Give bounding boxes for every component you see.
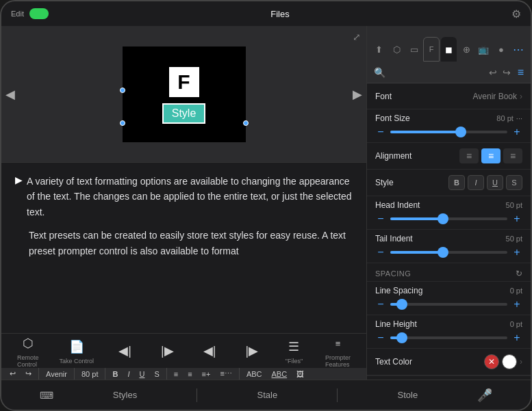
divider bbox=[166, 368, 167, 380]
search-icon[interactable]: 🔍 bbox=[374, 67, 385, 78]
toolbar-row1: ⬡ RemoteControl 📄 Take Control ◀| |▶ ◀| bbox=[1, 334, 366, 368]
left-scroll-arrow[interactable]: ◀ bbox=[5, 87, 15, 102]
toolbar-files[interactable]: ☰ "Files" bbox=[283, 337, 305, 364]
align-left-btn[interactable]: ≡ bbox=[171, 369, 181, 380]
head-indent-minus[interactable]: − bbox=[375, 213, 386, 225]
ipad-frame: Edit Files ⚙ ⤢ F Style bbox=[0, 0, 532, 411]
head-indent-thumb[interactable] bbox=[438, 213, 448, 224]
head-indent-header: Head Indent 50 pt bbox=[375, 200, 522, 210]
head-indent-plus[interactable]: + bbox=[511, 213, 522, 225]
files-icon: ☰ bbox=[283, 337, 305, 356]
font-size-plus[interactable]: + bbox=[511, 126, 522, 138]
gear-icon[interactable]: ⚙ bbox=[511, 8, 521, 21]
line-spacing-minus[interactable]: − bbox=[375, 298, 386, 310]
font-size-thumb[interactable] bbox=[455, 127, 466, 137]
tab-monitor[interactable]: 📺 bbox=[476, 37, 492, 62]
tab-upload[interactable]: ⬆ bbox=[371, 37, 387, 62]
line-height-value: 0 pt bbox=[510, 320, 522, 328]
strikethrough-btn[interactable]: S bbox=[151, 369, 162, 380]
line-spacing-row: Line Spacing 0 pt − + bbox=[367, 282, 531, 315]
toolbar-prev-segment[interactable]: ◀| bbox=[114, 341, 136, 360]
undo-btn[interactable]: ↩ bbox=[7, 368, 18, 380]
tab-controls[interactable]: ▭ bbox=[406, 37, 422, 62]
mic-icon[interactable]: 🎤 bbox=[477, 388, 492, 403]
tab-stale[interactable]: Stale bbox=[246, 390, 289, 400]
color-swatch[interactable] bbox=[502, 354, 517, 369]
style-label: Style bbox=[375, 178, 448, 187]
line-height-thumb[interactable] bbox=[396, 332, 407, 343]
image-btn[interactable]: 🖼 bbox=[294, 369, 307, 380]
color-x-icon: ✕ bbox=[484, 354, 499, 369]
right-scroll-arrow[interactable]: ▶ bbox=[353, 87, 362, 102]
keyboard-icon-group: ⌨ bbox=[40, 390, 53, 401]
toolbar-take-control[interactable]: 📄 Take Control bbox=[60, 337, 94, 364]
line-height-plus[interactable]: + bbox=[511, 332, 522, 344]
toolbar-next-marker[interactable]: |▶ bbox=[241, 341, 263, 360]
next-marker-icon: |▶ bbox=[241, 341, 263, 360]
reload-icon[interactable]: ↻ bbox=[516, 269, 522, 278]
tail-indent-minus[interactable]: − bbox=[375, 246, 386, 258]
toolbar-remote-control[interactable]: ⬡ RemoteControl bbox=[17, 334, 39, 368]
properties-panel: ⬆ ⬡ ▭ F ◼ ⊕ 📺 ● ⋯ 🔍 ↩ ↪ ≡ bbox=[366, 26, 531, 380]
font-row[interactable]: Font Avenir Book › bbox=[367, 83, 531, 109]
align-left-btn[interactable]: ≡ bbox=[459, 148, 479, 163]
list-btn[interactable]: ≡⋯ bbox=[217, 368, 234, 380]
rp-redo-icon[interactable]: ↪ bbox=[503, 67, 511, 78]
toolbar-play-forward[interactable]: |▶ bbox=[156, 341, 178, 360]
tab-divider bbox=[337, 388, 338, 402]
keyboard-icon[interactable]: ⌨ bbox=[40, 390, 53, 401]
toolbar-prompter-features[interactable]: ≡ PrompterFeatures bbox=[325, 334, 351, 368]
line-height-minus[interactable]: − bbox=[375, 332, 386, 344]
redo-btn[interactable]: ↪ bbox=[23, 368, 34, 380]
top-bar-left: Edit bbox=[11, 8, 49, 19]
line-spacing-controls: − + bbox=[375, 298, 522, 310]
bold-style-btn[interactable]: B bbox=[448, 175, 465, 190]
tab-files[interactable]: F bbox=[423, 37, 440, 62]
font-size-fill bbox=[390, 131, 461, 133]
line-spacing-track[interactable] bbox=[390, 303, 507, 306]
bold-btn[interactable]: B bbox=[110, 369, 121, 380]
toolbar-prev-marker[interactable]: ◀| bbox=[199, 341, 220, 360]
expand-icon[interactable]: ⤢ bbox=[353, 31, 361, 42]
italic-btn[interactable]: I bbox=[125, 369, 132, 380]
toggle-switch[interactable] bbox=[29, 8, 49, 19]
tab-stole[interactable]: Stole bbox=[387, 390, 429, 400]
font-label: Font bbox=[375, 92, 473, 101]
align-center-btn[interactable]: ≡ bbox=[185, 369, 194, 380]
font-size-track[interactable] bbox=[390, 131, 507, 133]
divider bbox=[105, 368, 105, 380]
font-name-btn[interactable]: Avenir bbox=[43, 369, 70, 380]
align-center-btn[interactable]: ≡ bbox=[481, 148, 501, 163]
indent-btn[interactable]: ≡+ bbox=[199, 369, 214, 380]
tail-indent-thumb[interactable] bbox=[438, 247, 448, 258]
tail-indent-plus[interactable]: + bbox=[511, 246, 522, 258]
text-color-row[interactable]: Text Color ✕ › bbox=[367, 349, 531, 375]
strikethrough-style-btn[interactable]: S bbox=[506, 175, 522, 190]
underline-btn[interactable]: U bbox=[136, 369, 147, 380]
font-size-minus[interactable]: − bbox=[375, 126, 386, 138]
underline-style-btn[interactable]: U bbox=[487, 175, 503, 190]
tab-style[interactable]: ◼ bbox=[441, 37, 457, 62]
font-size-btn[interactable]: 80 pt bbox=[79, 369, 101, 380]
italic-style-btn[interactable]: I bbox=[468, 175, 484, 190]
tab-record[interactable]: ● bbox=[493, 37, 509, 62]
line-height-track[interactable] bbox=[390, 336, 507, 339]
editor-panel: ⤢ F Style ◀ ▶ bbox=[1, 26, 366, 380]
align-right-btn[interactable]: ≡ bbox=[503, 148, 522, 163]
tab-remotes[interactable]: ⊕ bbox=[458, 37, 474, 62]
tab-styles[interactable]: Styles bbox=[102, 390, 148, 400]
head-indent-track[interactable] bbox=[390, 217, 507, 220]
rp-menu-icon[interactable]: ≡ bbox=[518, 66, 524, 79]
text-color-chevron: › bbox=[520, 357, 522, 367]
line-spacing-plus[interactable]: + bbox=[511, 298, 522, 310]
edit-label[interactable]: Edit bbox=[11, 10, 24, 18]
tail-indent-track[interactable] bbox=[390, 251, 507, 254]
line-spacing-thumb[interactable] bbox=[396, 299, 407, 310]
abc-underline-btn[interactable]: ABC bbox=[269, 369, 290, 380]
tab-more[interactable]: ⋯ bbox=[511, 37, 527, 62]
tab-markers[interactable]: ⬡ bbox=[388, 37, 404, 62]
play-forward-icon: |▶ bbox=[156, 341, 178, 360]
abc-btn[interactable]: ABC bbox=[244, 369, 265, 380]
font-size-dots[interactable]: ··· bbox=[516, 114, 522, 122]
rp-undo-icon[interactable]: ↩ bbox=[489, 67, 497, 78]
